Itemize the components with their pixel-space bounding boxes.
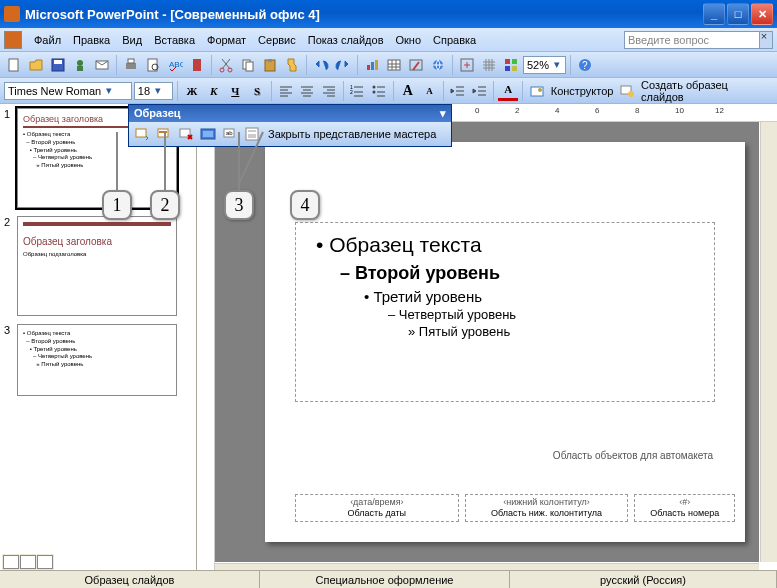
svg-rect-26 [512,59,517,64]
svg-rect-21 [388,60,400,70]
level3-text: Третий уровень [373,288,482,305]
callout-3-label: 3 [224,190,254,220]
copy-button[interactable] [238,55,258,75]
create-master-button[interactable]: Создать образец слайдов [639,79,773,103]
menu-slideshow[interactable]: Показ слайдов [302,32,390,48]
table-button[interactable] [384,55,404,75]
color-button[interactable] [501,55,521,75]
view-buttons [2,554,54,570]
svg-rect-11 [193,59,201,71]
level2-text: Второй уровень [355,263,500,283]
footer-placeholder[interactable]: ‹нижний колонтитул›Область ниж. колонтит… [465,494,629,522]
print-button[interactable] [121,55,141,75]
grid-button[interactable] [479,55,499,75]
level5-text: Пятый уровень [419,324,510,339]
close-master-view-button[interactable]: Закрыть представление мастера [264,128,440,140]
underline-button[interactable]: Ч [225,81,245,101]
email-button[interactable] [92,55,112,75]
svg-point-36 [538,88,542,92]
tables-borders-button[interactable] [406,55,426,75]
menu-help[interactable]: Справка [427,32,482,48]
undo-button[interactable] [311,55,331,75]
svg-point-3 [77,60,83,66]
font-size-combo[interactable]: 18▾ [134,82,173,100]
shadow-button[interactable]: S [247,81,267,101]
menu-service[interactable]: Сервис [252,32,302,48]
date-placeholder[interactable]: ‹дата/время›Область даты [295,494,459,522]
bold-button[interactable]: Ж [182,81,202,101]
callout-4: 4 [290,190,320,220]
decrease-font-button[interactable]: A [420,81,440,101]
menu-insert[interactable]: Вставка [148,32,201,48]
spellcheck-button[interactable]: ABC [165,55,185,75]
increase-font-button[interactable]: A [398,81,418,101]
canvas[interactable]: • Образец текста – Второй уровень • Трет… [215,122,759,562]
font-color-button[interactable]: A [498,81,518,101]
slide[interactable]: • Образец текста – Второй уровень • Трет… [265,142,745,542]
help-button[interactable]: ? [575,55,595,75]
callout-2: 2 [150,190,180,220]
status-slide: Образец слайдов [0,571,260,588]
thumb-2-title: Образец заголовка [23,236,171,247]
new-slide-icon[interactable] [617,81,637,101]
rename-master-button[interactable]: ab [220,124,240,144]
delete-master-button[interactable] [176,124,196,144]
bullet-list-button[interactable] [369,81,389,101]
svg-rect-6 [126,63,136,69]
numbered-list-button[interactable]: 12 [348,81,368,101]
svg-rect-17 [268,59,272,62]
design-icon[interactable] [527,81,547,101]
chart-button[interactable] [362,55,382,75]
designer-button[interactable]: Конструктор [549,85,616,97]
maximize-button[interactable]: □ [727,3,749,25]
format-painter-button[interactable] [282,55,302,75]
chevron-down-icon[interactable]: ▾ [440,107,446,120]
research-button[interactable] [187,55,207,75]
menu-edit[interactable]: Правка [67,32,116,48]
align-center-button[interactable] [297,81,317,101]
preserve-master-button[interactable] [198,124,218,144]
save-button[interactable] [48,55,68,75]
align-left-button[interactable] [276,81,296,101]
doc-icon[interactable] [4,31,22,49]
preview-button[interactable] [143,55,163,75]
thumb-3-num: 3 [4,324,14,396]
sorter-view-button[interactable] [20,555,36,569]
paste-button[interactable] [260,55,280,75]
vertical-scrollbar[interactable] [760,122,777,562]
insert-slide-master-button[interactable] [132,124,152,144]
doc-close-button[interactable]: × [757,30,771,44]
open-button[interactable] [26,55,46,75]
close-button[interactable]: ✕ [751,3,773,25]
decrease-indent-button[interactable] [448,81,468,101]
slideshow-view-button[interactable] [37,555,53,569]
redo-button[interactable] [333,55,353,75]
body-placeholder[interactable]: • Образец текста – Второй уровень • Трет… [295,222,715,402]
number-placeholder[interactable]: ‹#›Область номера [634,494,735,522]
permission-button[interactable] [70,55,90,75]
thumb-2[interactable]: 2 Образец заголовка Образец подзаголовка [4,216,192,316]
menu-window[interactable]: Окно [390,32,428,48]
increase-indent-button[interactable] [470,81,490,101]
cut-button[interactable] [216,55,236,75]
master-toolbar-title[interactable]: Образец ▾ [129,105,451,122]
align-right-button[interactable] [319,81,339,101]
menu-file[interactable]: Файл [28,32,67,48]
font-name-combo[interactable]: Times New Roman▾ [4,82,132,100]
minimize-button[interactable]: _ [703,3,725,25]
help-search-input[interactable]: Введите вопрос [624,31,760,49]
thumb-2-num: 2 [4,216,14,316]
window-title: Microsoft PowerPoint - [Современный офис… [25,7,703,22]
expand-button[interactable] [457,55,477,75]
menu-format[interactable]: Формат [201,32,252,48]
italic-button[interactable]: К [204,81,224,101]
thumb-3[interactable]: 3 • Образец текста – Второй уровень • Тр… [4,324,192,396]
svg-rect-44 [203,131,213,137]
hyperlink-button[interactable] [428,55,448,75]
callout-3: 3 [224,190,254,220]
menu-view[interactable]: Вид [116,32,148,48]
zoom-combo[interactable]: 52%▾ [523,56,566,74]
normal-view-button[interactable] [3,555,19,569]
new-button[interactable] [4,55,24,75]
vertical-ruler[interactable] [197,104,215,580]
